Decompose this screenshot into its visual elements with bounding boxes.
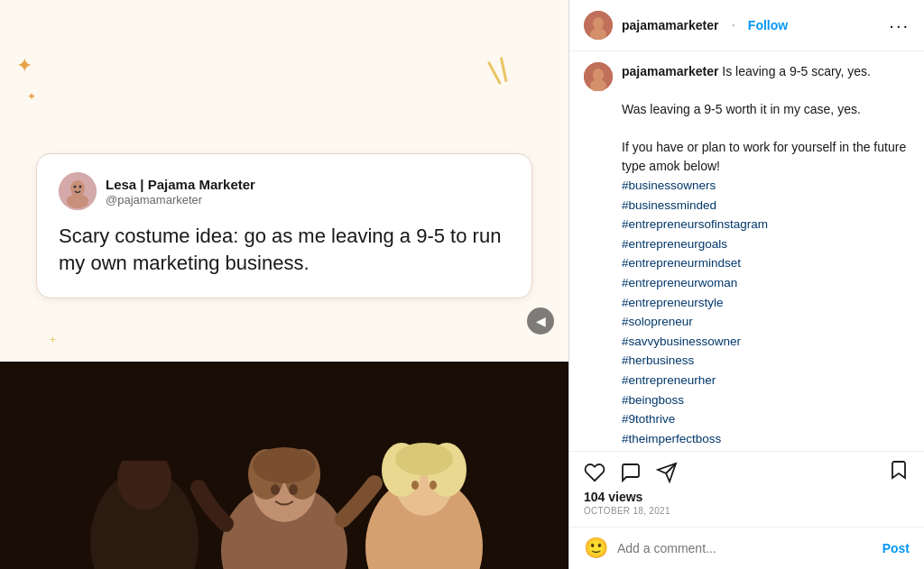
hashtag: #entrepreneurher bbox=[622, 371, 910, 390]
svg-point-14 bbox=[253, 447, 316, 483]
tweet-user-info: Lesa | Pajama Marketer @pajamamarketer bbox=[106, 177, 255, 206]
hashtag: #entrepreneurmindset bbox=[622, 253, 910, 273]
more-options-button[interactable]: ··· bbox=[889, 16, 910, 34]
svg-point-22 bbox=[411, 481, 419, 490]
tweet-handle: @pajamamarketer bbox=[106, 193, 255, 206]
svg-point-4 bbox=[79, 186, 82, 188]
svg-point-28 bbox=[593, 69, 604, 81]
post-comment-button[interactable]: Post bbox=[882, 541, 910, 555]
content-area: pajamamarketer Is leaving a 9-5 scary, y… bbox=[569, 51, 924, 451]
deco-lines bbox=[489, 57, 510, 85]
tweet-name: Lesa | Pajama Marketer bbox=[106, 177, 255, 193]
hashtag: #entrepreneursofinstagram bbox=[622, 215, 910, 234]
tweet-text: Scary costume idea: go as me leaving a 9… bbox=[59, 223, 510, 276]
svg-point-21 bbox=[395, 443, 453, 475]
share-button[interactable] bbox=[656, 462, 678, 483]
action-icons bbox=[584, 459, 910, 486]
hashtag: #businessminded bbox=[622, 196, 910, 216]
hashtag: #entrepreneurstyle bbox=[622, 293, 910, 313]
hashtag: #beingboss bbox=[622, 390, 910, 410]
hashtag: #businessowners bbox=[622, 176, 910, 196]
tweet-card: Lesa | Pajama Marketer @pajamamarketer S… bbox=[36, 153, 532, 298]
deco-star: + bbox=[50, 334, 56, 346]
hashtag: #entrepreneurgoals bbox=[622, 234, 910, 254]
caption-row: pajamamarketer Is leaving a 9-5 scary, y… bbox=[584, 62, 910, 451]
hashtag: #savvybusinessowner bbox=[622, 332, 910, 352]
svg-point-15 bbox=[271, 484, 280, 495]
profile-avatar bbox=[584, 11, 613, 40]
post-image-panel: ✦ ✦ ✦ ✦ ✦ + Lesa | Pajama Marketer bbox=[0, 0, 568, 569]
svg-point-25 bbox=[593, 17, 604, 30]
post-date: OCTOBER 18, 2021 bbox=[584, 506, 910, 523]
svg-point-23 bbox=[430, 481, 437, 490]
comment-input[interactable] bbox=[617, 541, 873, 555]
right-panel: pajamamarketer · Follow ··· pajamamarket… bbox=[568, 0, 924, 569]
hashtag: #theimperfectboss bbox=[622, 429, 910, 449]
caption-line3: If you have or plan to work for yourself… bbox=[622, 140, 906, 173]
header-username: pajamamarketer bbox=[622, 18, 718, 32]
comment-button[interactable] bbox=[620, 462, 642, 483]
like-button[interactable] bbox=[584, 462, 605, 483]
caption-avatar bbox=[584, 62, 613, 91]
emoji-button[interactable]: 🙂 bbox=[584, 537, 608, 560]
hashtag: #entrepreneurwoman bbox=[622, 273, 910, 293]
caption-line2: Was leaving a 9-5 worth it in my case, y… bbox=[622, 102, 861, 116]
back-button[interactable]: ◀ bbox=[527, 307, 554, 335]
hashtag: #herbusiness bbox=[622, 351, 910, 371]
deco-star: ✦ bbox=[27, 90, 36, 103]
tweet-header: Lesa | Pajama Marketer @pajamamarketer bbox=[59, 172, 510, 210]
post-header: pajamamarketer · Follow ··· bbox=[569, 0, 924, 51]
save-button[interactable] bbox=[888, 459, 910, 486]
hashtag-container: #businessowners#businessminded#entrepren… bbox=[622, 176, 910, 451]
actions-bar: 104 views OCTOBER 18, 2021 bbox=[569, 451, 924, 527]
caption-text: pajamamarketer Is leaving a 9-5 scary, y… bbox=[622, 62, 910, 451]
hashtag: #solopreneur bbox=[622, 312, 910, 332]
follow-button[interactable]: Follow bbox=[748, 18, 788, 32]
svg-point-16 bbox=[289, 484, 298, 495]
header-dot: · bbox=[731, 17, 735, 33]
tweet-avatar bbox=[59, 172, 97, 210]
deco-star: ✦ bbox=[16, 54, 32, 78]
views-count: 104 views bbox=[584, 486, 910, 506]
svg-rect-9 bbox=[113, 452, 176, 461]
add-comment-bar: 🙂 Post bbox=[569, 527, 924, 569]
svg-point-2 bbox=[67, 194, 88, 208]
hashtag: #9tothrive bbox=[622, 409, 910, 429]
photo-area bbox=[0, 362, 568, 569]
caption-line1: Is leaving a 9-5 scary, yes. bbox=[722, 64, 871, 78]
svg-point-3 bbox=[74, 186, 77, 188]
caption-username: pajamamarketer bbox=[622, 64, 718, 78]
